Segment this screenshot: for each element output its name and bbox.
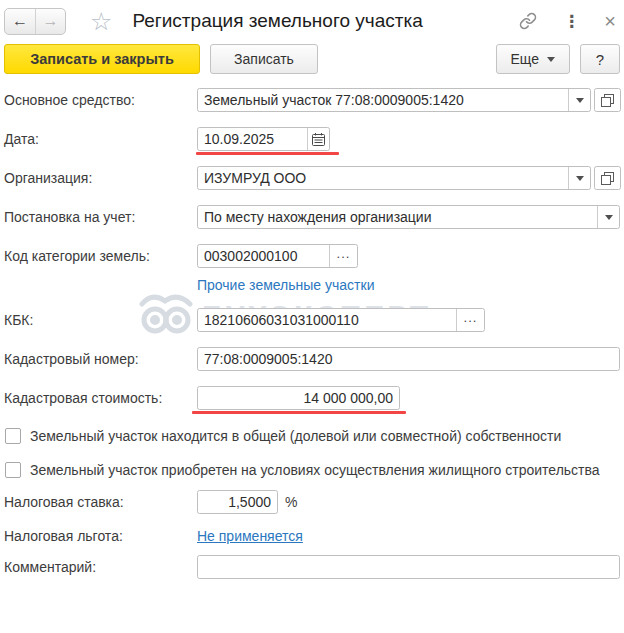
kbk-choose-button[interactable]: ... [456, 309, 484, 331]
land-category-label: Код категории земель: [4, 248, 197, 264]
registration-form: Основное средство: Дата: [0, 80, 624, 579]
land-category-hint-row: Прочие земельные участки [4, 277, 620, 293]
dropdown-arrow-icon [605, 215, 613, 220]
page-title: Регистрация земельного участка [132, 10, 422, 32]
organization-label: Организация: [4, 170, 197, 186]
shared-ownership-row: Земельный участок находится в общей (дол… [4, 426, 620, 446]
registration-input[interactable] [198, 206, 597, 228]
asset-field-wrap [197, 88, 621, 112]
registration-row: Постановка на учет: [4, 205, 620, 229]
kbk-combo: ... [197, 308, 485, 332]
housing-construction-row: Земельный участок приобретен на условиях… [4, 460, 620, 480]
cadastral-value-label: Кадастровая стоимость: [4, 390, 197, 406]
more-menu-icon[interactable]: ⋮ [563, 11, 580, 32]
date-row: Дата: [4, 127, 620, 151]
tax-rate-input[interactable] [197, 490, 278, 514]
forward-button[interactable]: → [35, 9, 65, 34]
tax-rate-suffix: % [285, 494, 297, 510]
dropdown-arrow-icon [576, 98, 584, 103]
title-bar: ← → ☆ Регистрация земельного участка ⋮ × [0, 0, 624, 38]
more-button-label: Еще [511, 51, 540, 67]
back-arrow-icon: ← [12, 12, 28, 30]
tax-benefit-row: Налоговая льгота: Не применяется [4, 528, 620, 544]
land-category-hint-link[interactable]: Прочие земельные участки [197, 277, 374, 293]
asset-row: Основное средство: [4, 88, 620, 112]
asset-combo [197, 88, 591, 112]
registration-dropdown-button[interactable] [597, 206, 619, 228]
back-button[interactable]: ← [5, 9, 35, 34]
close-icon[interactable]: × [604, 11, 616, 31]
date-field-wrap [197, 127, 330, 151]
date-label: Дата: [4, 131, 197, 147]
kbk-row: КБК: ... [4, 308, 620, 332]
registration-select [197, 205, 620, 229]
help-button[interactable]: ? [580, 44, 620, 74]
favorite-star-icon[interactable]: ☆ [90, 9, 112, 34]
comment-row: Комментарий: [4, 555, 620, 579]
cadastral-value-input[interactable] [197, 386, 400, 410]
open-form-icon [601, 172, 614, 185]
tax-rate-row: Налоговая ставка: % [4, 490, 620, 514]
toolbar-right: Еще ? [496, 44, 621, 74]
kbk-label: КБК: [4, 312, 197, 328]
asset-dropdown-button[interactable] [568, 89, 590, 111]
dropdown-arrow-icon [576, 176, 584, 181]
more-button[interactable]: Еще [496, 44, 571, 74]
organization-input[interactable] [198, 167, 568, 189]
organization-combo [197, 166, 591, 190]
registration-label: Постановка на учет: [4, 209, 197, 225]
cadastral-number-input[interactable] [197, 347, 620, 371]
asset-open-button[interactable] [594, 88, 621, 112]
housing-construction-label: Земельный участок приобретен на условиях… [30, 460, 600, 480]
comment-label: Комментарий: [4, 559, 197, 575]
cadastral-value-row: Кадастровая стоимость: [4, 386, 620, 410]
date-calendar-button[interactable] [307, 128, 329, 150]
cadastral-value-field-wrap [197, 386, 400, 410]
shared-ownership-checkbox[interactable] [5, 428, 21, 444]
tax-benefit-link[interactable]: Не применяется [197, 528, 303, 544]
asset-label: Основное средство: [4, 92, 197, 108]
date-input[interactable] [198, 128, 307, 150]
history-nav: ← → [4, 8, 66, 35]
get-link-icon[interactable] [519, 12, 537, 30]
organization-dropdown-button[interactable] [568, 167, 590, 189]
shared-ownership-label: Земельный участок находится в общей (дол… [30, 426, 561, 446]
asset-input[interactable] [198, 89, 568, 111]
housing-construction-checkbox[interactable] [5, 462, 21, 478]
kbk-input[interactable] [198, 309, 456, 331]
comment-input[interactable] [197, 555, 620, 579]
cadastral-number-label: Кадастровый номер: [4, 351, 197, 367]
organization-row: Организация: [4, 166, 620, 190]
tax-benefit-label: Налоговая льгота: [4, 528, 197, 544]
organization-field-wrap [197, 166, 621, 190]
land-category-input[interactable] [198, 245, 329, 267]
chevron-down-icon [547, 57, 555, 62]
organization-open-button[interactable] [594, 166, 621, 190]
date-combo [197, 127, 330, 151]
date-highlight-underline [196, 152, 339, 155]
land-category-combo: ... [197, 244, 358, 268]
save-and-close-button[interactable]: Записать и закрыть [4, 44, 200, 74]
cadastral-number-row: Кадастровый номер: [4, 347, 620, 371]
save-button[interactable]: Записать [210, 44, 318, 74]
toolbar: Записать и закрыть Записать Еще ? [0, 38, 624, 80]
open-form-icon [601, 94, 614, 107]
land-category-choose-button[interactable]: ... [329, 245, 357, 267]
tax-rate-label: Налоговая ставка: [4, 494, 197, 510]
land-category-row: Код категории земель: ... [4, 244, 620, 268]
calendar-icon [312, 133, 325, 146]
forward-arrow-icon: → [43, 12, 59, 30]
cadastral-value-highlight-underline [192, 411, 406, 414]
